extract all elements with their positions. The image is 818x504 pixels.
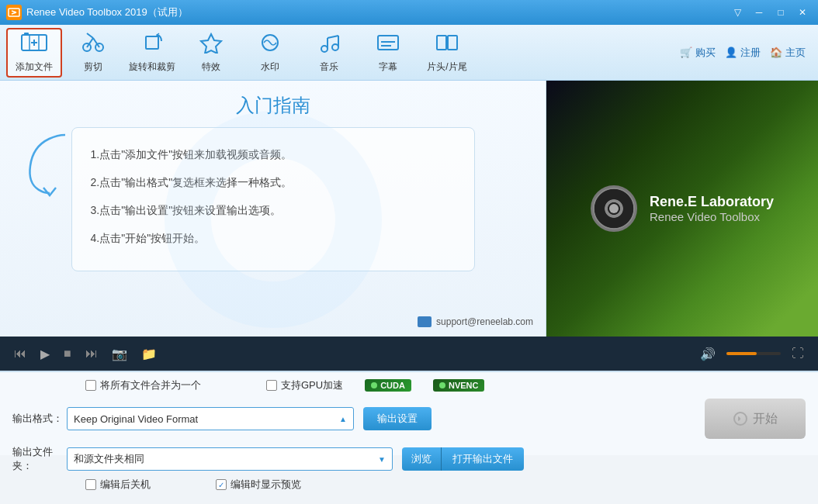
add-file-icon xyxy=(20,32,48,57)
guide-step1: 1.点击"添加文件"按钮来加载视频或音频。 xyxy=(91,143,456,165)
company-name: Rene.E Laboratory xyxy=(650,194,774,210)
camera-button[interactable]: 📷 xyxy=(107,343,132,364)
output-settings-button[interactable]: 输出设置 xyxy=(363,407,432,430)
output-format-label: 输出格式： xyxy=(12,412,67,426)
svg-rect-26 xyxy=(448,36,457,50)
subtitle-button[interactable]: 字幕 xyxy=(360,28,416,78)
home-icon: 🏠 xyxy=(770,47,782,58)
rotate-icon xyxy=(140,32,165,57)
fullscreen-button[interactable]: ⛶ xyxy=(787,343,809,364)
format-select[interactable]: Keep Original Video Format ▲ xyxy=(67,407,354,430)
shutdown-checkbox[interactable]: 编辑后关机 xyxy=(85,478,151,492)
clip-button[interactable]: 片头/片尾 xyxy=(419,28,475,78)
buy-button[interactable]: 🛒 购买 xyxy=(680,46,716,60)
svg-rect-14 xyxy=(146,36,158,49)
music-button[interactable]: 音乐 xyxy=(301,28,357,78)
register-icon: 👤 xyxy=(725,47,737,58)
rotate-button[interactable]: 旋转和裁剪 xyxy=(124,28,180,78)
watermark-button[interactable]: 水印 xyxy=(242,28,298,78)
home-label: 主页 xyxy=(785,46,806,60)
nvenc-dot xyxy=(439,382,445,388)
preview-text: Rene.E Laboratory Renee Video Toolbox xyxy=(650,194,774,223)
bottom-panel: 将所有文件合并为一个 支持GPU加速 CUDA NVENC 输出格式： Keep… xyxy=(0,371,818,455)
effect-icon xyxy=(199,32,224,57)
watermark-icon xyxy=(258,32,282,57)
cut-button[interactable]: 剪切 xyxy=(65,28,121,78)
bottom-row1: 将所有文件合并为一个 支持GPU加速 CUDA NVENC xyxy=(12,378,806,392)
bottom-container: 将所有文件合并为一个 支持GPU加速 CUDA NVENC 输出格式： Keep… xyxy=(0,371,818,455)
app-icon xyxy=(6,5,22,20)
register-label: 注册 xyxy=(740,46,761,60)
svg-rect-6 xyxy=(24,33,29,36)
close-button[interactable]: ✕ xyxy=(793,5,812,20)
folder-select[interactable]: 和源文件夹相同 ▼ xyxy=(67,447,393,471)
gpu-checkbox[interactable]: 支持GPU加速 xyxy=(266,378,343,392)
browse-button[interactable]: 浏览 xyxy=(402,447,441,471)
product-name: Renee Video Toolbox xyxy=(650,210,774,223)
format-arrow-icon: ▲ xyxy=(339,415,347,423)
home-button[interactable]: 🏠 主页 xyxy=(770,46,806,60)
stop-button[interactable]: ■ xyxy=(59,343,76,364)
merge-checkbox[interactable]: 将所有文件合并为一个 xyxy=(85,378,201,392)
cuda-dot xyxy=(371,382,377,388)
subtitle-icon xyxy=(376,32,400,57)
merge-label: 将所有文件合并为一个 xyxy=(100,378,201,392)
register-button[interactable]: 👤 注册 xyxy=(725,46,761,60)
cut-icon xyxy=(81,32,106,57)
guide-step3: 3.点击"输出设置"按钮来设置输出选项。 xyxy=(91,199,456,221)
open-output-button[interactable]: 打开输出文件 xyxy=(441,447,524,471)
watermark-label: 水印 xyxy=(261,60,279,74)
add-file-label: 添加文件 xyxy=(16,60,53,74)
preview-label: 编辑时显示预览 xyxy=(230,478,301,492)
shutdown-label: 编辑后关机 xyxy=(100,478,151,492)
title-bar-controls: ▽ ─ □ ✕ xyxy=(728,5,812,20)
svg-rect-25 xyxy=(437,36,446,50)
volume-slider[interactable] xyxy=(726,352,781,355)
skip-forward-button[interactable]: ⏭ xyxy=(81,343,102,364)
play-button[interactable]: ▶ xyxy=(36,343,54,364)
main-content: 入门指南 1.点击"添加文件"按钮来加载视频或音频。 2.点击"输出格式"复选框… xyxy=(0,81,818,337)
preview-image: Rene.E Laboratory Renee Video Toolbox xyxy=(546,81,818,337)
video-controls: ⏮ ▶ ■ ⏭ 📷 📁 🔊 ⛶ xyxy=(0,337,818,371)
start-label: 开始 xyxy=(753,411,778,427)
maximize-button[interactable]: □ xyxy=(771,5,790,20)
svg-marker-15 xyxy=(201,34,221,54)
preview-checkbox[interactable]: ✓ 编辑时显示预览 xyxy=(216,478,301,492)
toolbar: 添加文件 剪切 旋转和裁剪 xyxy=(0,25,818,81)
rotate-label: 旋转和裁剪 xyxy=(129,60,175,74)
effect-label: 特效 xyxy=(202,60,220,74)
email-text: support@reneelab.com xyxy=(436,316,533,327)
folder-button[interactable]: 📁 xyxy=(137,343,161,364)
bottom-row4: 编辑后关机 ✓ 编辑时显示预览 xyxy=(12,478,806,492)
music-icon xyxy=(317,32,341,57)
clip-icon xyxy=(435,32,459,57)
music-label: 音乐 xyxy=(320,60,338,74)
guide-title: 入门指南 xyxy=(12,93,533,118)
svg-rect-0 xyxy=(9,9,19,16)
bottom-row2: 输出格式： Keep Original Video Format ▲ 输出设置 … xyxy=(12,399,806,439)
gpu-checkbox-box xyxy=(266,380,277,391)
cut-label: 剪切 xyxy=(84,60,102,74)
add-file-button[interactable]: 添加文件 xyxy=(6,28,62,78)
guide-box: 1.点击"添加文件"按钮来加载视频或音频。 2.点击"输出格式"复选框来选择一种… xyxy=(71,127,475,271)
svg-point-17 xyxy=(321,46,328,52)
effect-button[interactable]: 特效 xyxy=(183,28,239,78)
volume-icon[interactable]: 🔊 xyxy=(695,343,720,364)
nav-dropdown[interactable]: ▽ xyxy=(728,5,747,20)
output-folder-label: 输出文件夹： xyxy=(12,445,67,473)
format-value: Keep Original Video Format xyxy=(74,413,198,425)
buy-label: 购买 xyxy=(695,46,716,60)
minimize-button[interactable]: ─ xyxy=(750,5,768,20)
folder-value: 和源文件夹相同 xyxy=(74,452,144,466)
start-button[interactable]: 开始 xyxy=(705,399,806,439)
svg-line-13 xyxy=(87,33,93,38)
preview-panel: Rene.E Laboratory Renee Video Toolbox xyxy=(546,81,818,337)
preview-checkbox-box: ✓ xyxy=(216,479,227,490)
skip-back-button[interactable]: ⏮ xyxy=(9,343,31,364)
app-title: Renee Video Toolbox 2019（试用） xyxy=(26,5,188,19)
svg-line-20 xyxy=(328,36,338,38)
merge-checkbox-box xyxy=(85,380,96,391)
toolbar-right: 🛒 购买 👤 注册 🏠 主页 xyxy=(680,46,806,60)
subtitle-label: 字幕 xyxy=(379,60,397,74)
nvenc-label: NVENC xyxy=(449,381,479,390)
